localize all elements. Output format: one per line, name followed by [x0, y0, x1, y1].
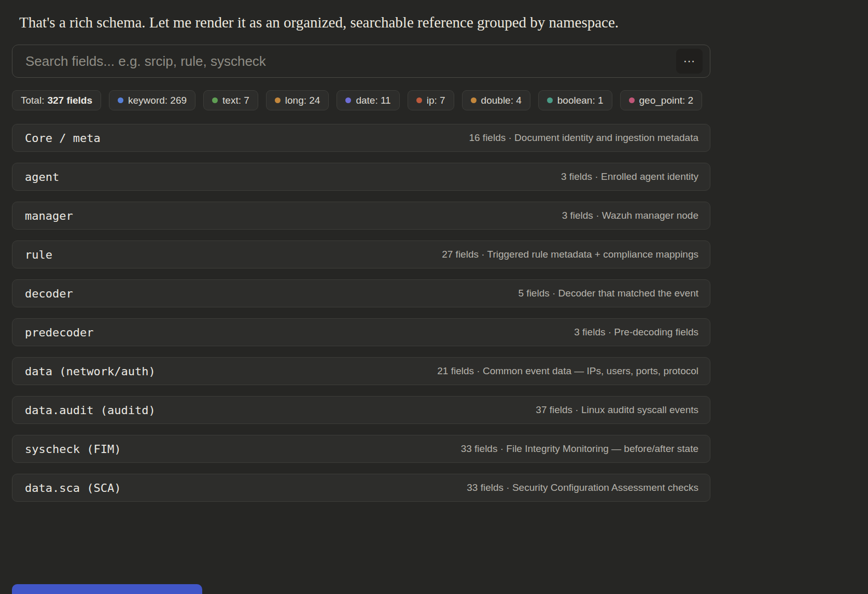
namespace-description: 21 fields · Common event data — IPs, use…	[437, 365, 698, 377]
schema-reference-panel: That's a rich schema. Let me render it a…	[12, 0, 710, 502]
namespace-description: 27 fields · Triggered rule metadata + co…	[442, 249, 698, 260]
namespace-row-agent[interactable]: agent 3 fields · Enrolled agent identity	[12, 163, 710, 191]
namespace-row-syscheck[interactable]: syscheck (FIM) 33 fields · File Integrit…	[12, 435, 710, 463]
namespace-name: data.sca (SCA)	[25, 482, 121, 494]
namespace-row-manager[interactable]: manager 3 fields · Wazuh manager node	[12, 202, 710, 230]
type-chip-label: ip: 7	[427, 95, 445, 106]
namespace-description: 3 fields · Wazuh manager node	[562, 210, 698, 221]
namespace-row-predecoder[interactable]: predecoder 3 fields · Pre-decoding field…	[12, 318, 710, 346]
namespace-list: Core / meta 16 fields · Document identit…	[12, 124, 710, 502]
namespace-name: manager	[25, 209, 73, 222]
ip-type-dot-icon	[416, 97, 422, 103]
namespace-description: 16 fields · Document identity and ingest…	[469, 132, 698, 144]
type-chip-label: boolean: 1	[557, 95, 604, 106]
long-type-dot-icon	[275, 97, 281, 103]
namespace-name: data.audit (auditd)	[25, 404, 156, 417]
search-input[interactable]	[25, 53, 676, 69]
type-chip-text[interactable]: text: 7	[203, 90, 258, 110]
type-chip-boolean[interactable]: boolean: 1	[538, 90, 612, 110]
boolean-type-dot-icon	[547, 97, 553, 103]
total-label: Total:	[21, 95, 44, 106]
namespace-description: 5 fields · Decoder that matched the even…	[519, 288, 698, 299]
namespace-name: rule	[25, 248, 52, 261]
keyword-type-dot-icon	[118, 97, 123, 103]
namespace-name: agent	[25, 171, 59, 183]
type-chip-label: geo_point: 2	[639, 95, 694, 106]
namespace-row-core-meta[interactable]: Core / meta 16 fields · Document identit…	[12, 124, 710, 152]
overflow-menu-button[interactable]: ...	[676, 49, 703, 74]
namespace-description: 3 fields · Enrolled agent identity	[561, 171, 698, 182]
type-chip-label: text: 7	[222, 95, 249, 106]
geo-point-type-dot-icon	[629, 97, 635, 103]
type-chip-label: keyword: 269	[128, 95, 187, 106]
text-type-dot-icon	[212, 97, 218, 103]
type-chip-long[interactable]: long: 24	[266, 90, 329, 110]
namespace-description: 33 fields · Security Configuration Asses…	[467, 482, 698, 493]
namespace-row-rule[interactable]: rule 27 fields · Triggered rule metadata…	[12, 241, 710, 268]
ellipsis-icon: ...	[683, 52, 695, 64]
date-type-dot-icon	[345, 97, 351, 103]
namespace-row-data-network-auth[interactable]: data (network/auth) 21 fields · Common e…	[12, 357, 710, 385]
namespace-row-decoder[interactable]: decoder 5 fields · Decoder that matched …	[12, 279, 710, 307]
type-chip-label: double: 4	[481, 95, 522, 106]
partially-visible-bottom-element[interactable]	[12, 584, 202, 594]
namespace-name: data (network/auth)	[25, 365, 156, 378]
total-value: 327 fields	[47, 95, 92, 106]
namespace-description: 37 fields · Linux auditd syscall events	[536, 404, 698, 416]
assistant-message: That's a rich schema. Let me render it a…	[19, 10, 649, 34]
search-bar: ...	[12, 45, 710, 78]
namespace-name: decoder	[25, 287, 73, 300]
namespace-name: syscheck (FIM)	[25, 443, 121, 456]
namespace-row-data-audit[interactable]: data.audit (auditd) 37 fields · Linux au…	[12, 396, 710, 424]
namespace-description: 33 fields · File Integrity Monitoring — …	[461, 443, 698, 455]
type-chip-geo-point[interactable]: geo_point: 2	[620, 90, 703, 110]
namespace-name: Core / meta	[25, 132, 101, 145]
double-type-dot-icon	[471, 97, 477, 103]
field-type-stats: Total: 327 fields keyword: 269 text: 7 l…	[12, 90, 710, 110]
namespace-description: 3 fields · Pre-decoding fields	[574, 327, 698, 338]
type-chip-label: date: 11	[356, 95, 390, 106]
namespace-name: predecoder	[25, 326, 93, 339]
type-chip-label: long: 24	[285, 95, 320, 106]
type-chip-date[interactable]: date: 11	[337, 90, 399, 110]
namespace-row-data-sca[interactable]: data.sca (SCA) 33 fields · Security Conf…	[12, 474, 710, 502]
total-fields-badge: Total: 327 fields	[12, 90, 101, 110]
type-chip-keyword[interactable]: keyword: 269	[109, 90, 195, 110]
type-chip-ip[interactable]: ip: 7	[408, 90, 454, 110]
type-chip-double[interactable]: double: 4	[462, 90, 530, 110]
